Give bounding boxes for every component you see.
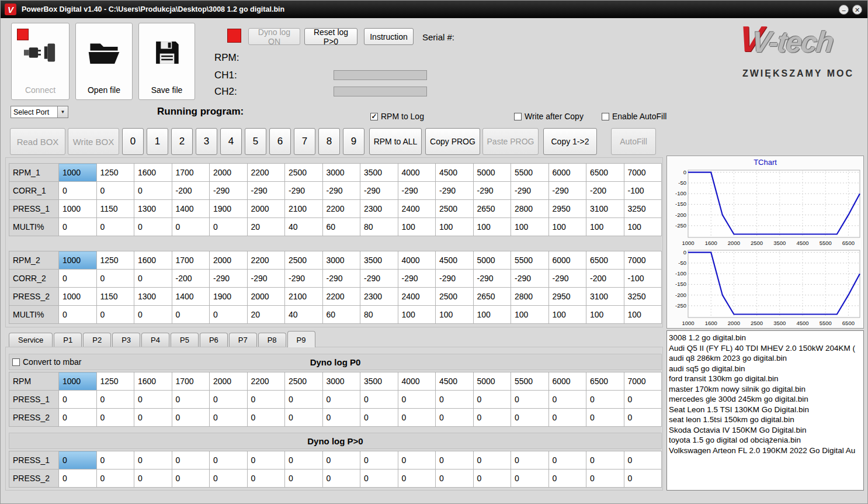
table-cell[interactable]: -290 bbox=[511, 270, 549, 288]
table-cell[interactable]: 2100 bbox=[285, 288, 323, 306]
table-cell[interactable]: 1400 bbox=[172, 200, 210, 218]
table-cell[interactable]: 3250 bbox=[624, 200, 662, 218]
table-cell[interactable]: 1700 bbox=[172, 164, 210, 182]
table-cell[interactable]: 1000 bbox=[59, 251, 97, 270]
table-cell[interactable]: 3250 bbox=[624, 288, 662, 306]
table-cell[interactable]: 0 bbox=[210, 409, 248, 427]
tab-p1[interactable]: P1 bbox=[54, 333, 82, 347]
table-cell[interactable]: 2950 bbox=[548, 200, 586, 218]
table-cell[interactable]: 0 bbox=[134, 409, 172, 427]
table-cell[interactable]: 0 bbox=[96, 409, 134, 427]
table-cell[interactable]: 0 bbox=[96, 182, 134, 200]
table-cell[interactable]: 0 bbox=[322, 470, 360, 488]
table-cell[interactable]: -290 bbox=[548, 182, 586, 200]
table-cell[interactable]: -290 bbox=[285, 270, 323, 288]
table-cell[interactable]: 0 bbox=[511, 409, 549, 427]
table-cell[interactable]: 0 bbox=[360, 391, 398, 409]
table-cell[interactable]: 2000 bbox=[210, 164, 248, 182]
table-cell[interactable]: 0 bbox=[59, 306, 97, 324]
table-cell[interactable]: 2500 bbox=[285, 372, 323, 391]
table-cell[interactable]: 20 bbox=[247, 306, 285, 324]
autofill-button[interactable]: AutoFill bbox=[611, 128, 656, 155]
minimize-button[interactable]: – bbox=[839, 5, 849, 15]
table-cell[interactable]: 7000 bbox=[624, 251, 662, 270]
table-cell[interactable]: 2800 bbox=[511, 200, 549, 218]
table-cell[interactable]: 0 bbox=[285, 470, 323, 488]
table-cell[interactable]: 2100 bbox=[285, 200, 323, 218]
table-cell[interactable]: 0 bbox=[210, 306, 248, 324]
table-cell[interactable]: 40 bbox=[285, 218, 323, 236]
table-cell[interactable]: 2000 bbox=[247, 288, 285, 306]
tab-p3[interactable]: P3 bbox=[112, 333, 140, 347]
table-cell[interactable]: -290 bbox=[360, 270, 398, 288]
table-cell[interactable]: -200 bbox=[172, 270, 210, 288]
table-cell[interactable]: 0 bbox=[586, 391, 624, 409]
table-cell[interactable]: 2500 bbox=[436, 288, 474, 306]
table-cell[interactable]: -290 bbox=[398, 182, 436, 200]
table-cell[interactable]: 0 bbox=[59, 451, 97, 470]
table-cell[interactable]: 0 bbox=[586, 409, 624, 427]
table-cell[interactable]: 4000 bbox=[398, 164, 436, 182]
file-list-item[interactable]: audi q8 286km 2023 go digital.bin bbox=[669, 353, 863, 364]
table-cell[interactable]: 2000 bbox=[210, 251, 248, 270]
table-cell[interactable]: 2200 bbox=[247, 251, 285, 270]
table-cell[interactable]: 5000 bbox=[473, 164, 511, 182]
table-cell[interactable]: 1150 bbox=[96, 288, 134, 306]
table-cell[interactable]: 7000 bbox=[624, 164, 662, 182]
table-cell[interactable]: 1250 bbox=[96, 164, 134, 182]
table-cell[interactable]: 0 bbox=[398, 391, 436, 409]
table-cell[interactable]: 0 bbox=[134, 218, 172, 236]
digit-button-4[interactable]: 4 bbox=[220, 128, 242, 155]
table-cell[interactable]: 0 bbox=[134, 182, 172, 200]
tab-p4[interactable]: P4 bbox=[141, 333, 169, 347]
table-cell[interactable]: 0 bbox=[548, 409, 586, 427]
table-cell[interactable]: 100 bbox=[398, 218, 436, 236]
table-cell[interactable]: 0 bbox=[285, 391, 323, 409]
table-cell[interactable]: 4500 bbox=[436, 251, 474, 270]
open-file-button[interactable]: Open file bbox=[75, 23, 133, 100]
table-cell[interactable]: 0 bbox=[398, 409, 436, 427]
file-list-item[interactable]: toyota 1.5 go digital od obciążenia.bin bbox=[669, 435, 863, 446]
table-cell[interactable]: 0 bbox=[134, 306, 172, 324]
paste-prog-button[interactable]: Paste PROG bbox=[482, 128, 539, 155]
enable-autofill-checkbox[interactable]: ✓ Enable AutoFill bbox=[602, 112, 666, 121]
table-cell[interactable]: 0 bbox=[210, 470, 248, 488]
table-cell[interactable]: 0 bbox=[511, 451, 549, 470]
dyno-log-on-button[interactable]: Dyno log ON bbox=[248, 28, 300, 45]
table-cell[interactable]: 2800 bbox=[511, 288, 549, 306]
digit-button-3[interactable]: 3 bbox=[196, 128, 217, 155]
table-cell[interactable]: 0 bbox=[624, 409, 662, 427]
table-cell[interactable]: 0 bbox=[360, 451, 398, 470]
table-cell[interactable]: 100 bbox=[398, 306, 436, 324]
tab-service[interactable]: Service bbox=[9, 333, 53, 347]
table-cell[interactable]: -290 bbox=[247, 182, 285, 200]
table-cell[interactable]: 6000 bbox=[548, 164, 586, 182]
table-cell[interactable]: 0 bbox=[285, 409, 323, 427]
table-cell[interactable]: -100 bbox=[624, 182, 662, 200]
table-cell[interactable]: 100 bbox=[624, 218, 662, 236]
table-cell[interactable]: 3500 bbox=[360, 251, 398, 270]
table-cell[interactable]: 2300 bbox=[360, 288, 398, 306]
table-cell[interactable]: -290 bbox=[511, 182, 549, 200]
table-cell[interactable]: 0 bbox=[134, 391, 172, 409]
table-cell[interactable]: 6500 bbox=[586, 164, 624, 182]
table-cell[interactable]: 100 bbox=[473, 218, 511, 236]
table-cell[interactable]: 0 bbox=[285, 451, 323, 470]
table-cell[interactable]: 5000 bbox=[473, 372, 511, 391]
table-cell[interactable]: 0 bbox=[436, 409, 474, 427]
table-cell[interactable]: 0 bbox=[586, 451, 624, 470]
table-cell[interactable]: -290 bbox=[322, 270, 360, 288]
table-cell[interactable]: 100 bbox=[511, 218, 549, 236]
rpm-to-all-button[interactable]: RPM to ALL bbox=[369, 128, 422, 155]
tab-p2[interactable]: P2 bbox=[83, 333, 111, 347]
table-cell[interactable]: 0 bbox=[473, 391, 511, 409]
digit-button-6[interactable]: 6 bbox=[269, 128, 291, 155]
table-cell[interactable]: 0 bbox=[96, 270, 134, 288]
table-cell[interactable]: 0 bbox=[59, 218, 97, 236]
table-cell[interactable]: -290 bbox=[436, 182, 474, 200]
table-cell[interactable]: 1900 bbox=[210, 200, 248, 218]
tab-p8[interactable]: P8 bbox=[258, 333, 286, 347]
table-cell[interactable]: 0 bbox=[322, 451, 360, 470]
table-cell[interactable]: 100 bbox=[548, 218, 586, 236]
write-box-button[interactable]: Write BOX bbox=[68, 128, 119, 155]
